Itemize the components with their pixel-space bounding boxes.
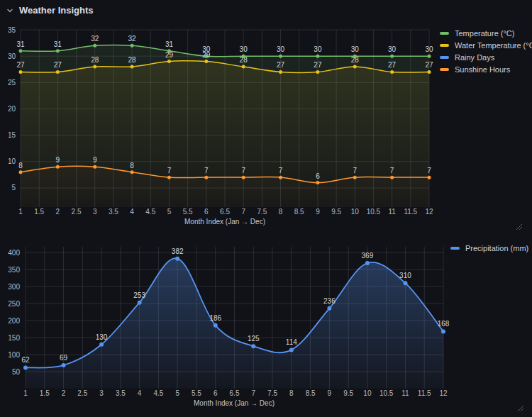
data-point[interactable] xyxy=(175,257,179,261)
panel-resize-handle[interactable] xyxy=(515,221,523,230)
data-point[interactable] xyxy=(204,176,208,179)
x-axis-title: Month Index (Jan → Dec) xyxy=(194,399,275,407)
data-label: 253 xyxy=(133,291,145,299)
data-point[interactable] xyxy=(138,301,142,305)
data-point[interactable] xyxy=(316,70,319,74)
data-label: 9 xyxy=(93,156,97,164)
x-tick-label: 6 xyxy=(204,208,209,216)
y-tick-label: 50 xyxy=(12,368,21,376)
chart2-legend: Precipitation (mm) xyxy=(450,242,528,254)
data-point[interactable] xyxy=(167,176,171,179)
data-point[interactable] xyxy=(242,176,245,179)
data-label: 7 xyxy=(279,167,283,174)
data-point[interactable] xyxy=(316,181,319,184)
data-point[interactable] xyxy=(390,70,394,74)
data-label: 29 xyxy=(165,51,174,59)
x-tick-label: 1.5 xyxy=(40,389,50,397)
x-tick-label: 1.5 xyxy=(34,208,44,216)
data-point[interactable] xyxy=(19,70,23,74)
data-point[interactable] xyxy=(353,176,357,179)
y-tick-label: 150 xyxy=(8,334,20,342)
data-label: 30 xyxy=(351,45,360,53)
data-point[interactable] xyxy=(131,44,134,48)
x-tick-label: 3 xyxy=(93,208,97,216)
data-point[interactable] xyxy=(365,261,370,265)
data-point[interactable] xyxy=(56,70,60,74)
data-point[interactable] xyxy=(327,306,331,311)
data-label: 9 xyxy=(56,156,60,164)
data-point[interactable] xyxy=(390,176,394,179)
y-tick-label: 350 xyxy=(8,266,20,274)
data-point[interactable] xyxy=(390,55,394,58)
data-point[interactable] xyxy=(19,170,23,174)
legend-series-dash-icon xyxy=(440,68,449,71)
data-label: 30 xyxy=(314,45,322,53)
legend-series-dash-icon xyxy=(440,44,449,47)
legend-series-dash-icon xyxy=(440,56,449,59)
data-point[interactable] xyxy=(214,323,218,328)
data-point[interactable] xyxy=(251,344,255,348)
legend-item-rainy-days[interactable]: Rainy Days xyxy=(440,51,532,63)
data-point[interactable] xyxy=(428,55,431,58)
data-point[interactable] xyxy=(167,60,171,63)
data-point[interactable] xyxy=(204,60,208,63)
data-point[interactable] xyxy=(279,176,282,179)
x-tick-label: 7 xyxy=(241,208,245,216)
precipitation-area-chart[interactable]: 11.522.533.544.555.566.577.588.599.51010… xyxy=(0,238,532,417)
x-tick-label: 10.5 xyxy=(379,389,394,397)
data-point[interactable] xyxy=(62,363,66,367)
legend-item-precipitation-mm[interactable]: Precipitation (mm) xyxy=(450,242,528,254)
x-tick-label: 3.5 xyxy=(109,208,118,216)
data-label: 62 xyxy=(21,356,30,364)
panel-resize-handle[interactable] xyxy=(516,403,525,411)
data-point[interactable] xyxy=(56,165,60,169)
data-point[interactable] xyxy=(93,44,96,48)
data-point[interactable] xyxy=(242,65,245,69)
x-tick-label: 9.5 xyxy=(331,208,341,216)
data-label: 382 xyxy=(172,248,184,255)
x-tick-label: 4.5 xyxy=(145,208,155,216)
data-point[interactable] xyxy=(403,281,407,285)
legend-series-label: Precipitation (mm) xyxy=(465,244,528,252)
data-point[interactable] xyxy=(428,176,431,179)
data-point[interactable] xyxy=(279,55,282,58)
data-point[interactable] xyxy=(93,65,96,69)
data-point[interactable] xyxy=(131,65,134,69)
data-point[interactable] xyxy=(353,65,357,69)
data-point[interactable] xyxy=(19,49,23,52)
data-point[interactable] xyxy=(279,70,282,74)
data-label: 27 xyxy=(388,61,397,69)
data-label: 32 xyxy=(91,35,99,43)
legend-item-sunshine-hours[interactable]: Sunshine Hours xyxy=(440,63,532,75)
data-label: 369 xyxy=(362,252,374,260)
legend-item-water-temperature-c[interactable]: Water Temperature (°C) xyxy=(440,39,532,51)
data-point[interactable] xyxy=(428,70,431,74)
data-label: 236 xyxy=(323,297,336,305)
data-label: 7 xyxy=(390,167,394,174)
x-tick-label: 12 xyxy=(425,208,433,216)
data-point[interactable] xyxy=(56,49,60,52)
data-point[interactable] xyxy=(441,329,445,333)
data-point[interactable] xyxy=(131,170,134,174)
data-label: 27 xyxy=(277,61,285,69)
legend-item-temperature-c[interactable]: Temperature (°C) xyxy=(440,27,532,39)
data-point[interactable] xyxy=(289,348,294,352)
x-tick-label: 11.5 xyxy=(418,389,431,397)
y-tick-label: 35 xyxy=(8,26,16,34)
chevron-down-icon[interactable] xyxy=(6,6,14,15)
y-tick-label: 25 xyxy=(8,79,16,87)
data-point[interactable] xyxy=(23,365,28,369)
x-tick-label: 9 xyxy=(328,389,332,397)
legend-series-label: Rainy Days xyxy=(455,53,494,62)
data-point[interactable] xyxy=(99,343,104,347)
data-point[interactable] xyxy=(93,165,96,169)
data-label: 125 xyxy=(248,335,260,343)
data-point[interactable] xyxy=(316,55,319,58)
row-title[interactable]: Weather Insights xyxy=(19,4,94,17)
data-label: 30 xyxy=(388,45,397,53)
data-label: 31 xyxy=(165,40,174,48)
data-label: 27 xyxy=(314,61,322,69)
x-tick-label: 9 xyxy=(316,208,320,216)
data-label: 27 xyxy=(425,61,433,69)
x-tick-label: 1 xyxy=(18,208,23,216)
